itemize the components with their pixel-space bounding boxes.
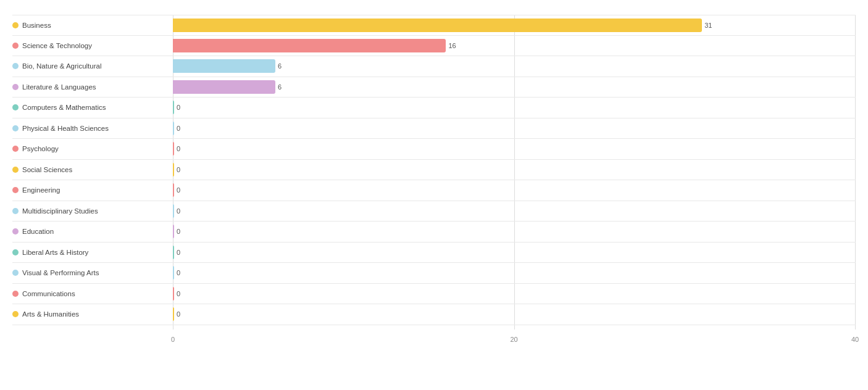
bar-row: Business31 — [12, 15, 856, 36]
chart-container: 0 20 40 Business31Science & Technology16… — [0, 0, 868, 390]
bar-fill — [173, 80, 275, 94]
bar-row: Engineering0 — [12, 180, 856, 201]
bar-fill — [173, 101, 174, 114]
bars-container: Business31Science & Technology16Bio, Nat… — [12, 15, 856, 330]
bar-fill — [173, 39, 446, 52]
bar-track: 0 — [173, 101, 856, 114]
bar-track: 0 — [173, 142, 856, 156]
bar-track: 0 — [173, 183, 856, 197]
bar-row: Science & Technology16 — [12, 36, 856, 57]
bar-label-area: Science & Technology — [12, 42, 173, 49]
bar-track: 0 — [173, 287, 856, 301]
bar-fill — [173, 307, 174, 321]
bar-fill — [173, 204, 174, 218]
bar-row: Arts & Humanities0 — [12, 304, 856, 325]
bar-value: 0 — [177, 166, 180, 173]
bar-row: Education0 — [12, 222, 856, 243]
bar-fill — [173, 183, 174, 197]
bar-fill — [173, 142, 174, 156]
bar-label: Science & Technology — [22, 42, 92, 49]
bar-value: 0 — [177, 125, 180, 132]
bar-row: Liberal Arts & History0 — [12, 243, 856, 263]
bar-track: 0 — [173, 307, 856, 321]
bar-dot — [12, 187, 19, 193]
bar-dot — [12, 228, 19, 234]
bar-label: Psychology — [22, 145, 59, 152]
bar-label: Arts & Humanities — [22, 310, 79, 318]
bar-value: 6 — [278, 62, 282, 70]
bar-dot — [12, 146, 19, 152]
bar-track: 0 — [173, 204, 856, 218]
bar-dot — [12, 249, 19, 255]
bar-label-area: Education — [12, 228, 173, 235]
bar-value: 0 — [177, 228, 180, 235]
bar-label-area: Computers & Mathematics — [12, 104, 173, 111]
bar-label-area: Communications — [12, 290, 173, 297]
bar-dot — [12, 291, 19, 297]
bar-fill — [173, 225, 174, 238]
bar-value: 0 — [177, 310, 180, 318]
bar-label: Physical & Health Sciences — [22, 125, 109, 132]
bar-label: Business — [22, 22, 51, 29]
bar-fill — [173, 246, 174, 259]
bar-label: Computers & Mathematics — [22, 104, 106, 111]
bar-value: 0 — [177, 104, 180, 111]
bar-label: Bio, Nature & Agricultural — [22, 62, 101, 70]
bar-dot — [12, 125, 19, 131]
bar-value: 0 — [177, 290, 180, 297]
bar-track: 16 — [173, 39, 856, 52]
bar-track: 6 — [173, 59, 856, 73]
bar-track: 0 — [173, 266, 856, 280]
bar-label-area: Social Sciences — [12, 166, 173, 173]
bar-value: 0 — [177, 145, 180, 152]
bar-dot — [12, 63, 19, 69]
bar-fill — [173, 122, 174, 135]
grid-label-0: 0 — [171, 336, 175, 343]
bar-label-area: Liberal Arts & History — [12, 249, 173, 256]
bar-label: Literature & Languages — [22, 83, 96, 91]
bar-fill — [173, 163, 174, 176]
bar-track: 0 — [173, 246, 856, 259]
bar-label: Liberal Arts & History — [22, 249, 88, 256]
bar-label-area: Business — [12, 22, 173, 29]
bar-dot — [12, 270, 19, 276]
bar-track: 0 — [173, 163, 856, 176]
bar-value: 16 — [448, 42, 456, 49]
bar-row: Visual & Performing Arts0 — [12, 263, 856, 284]
bar-row: Psychology0 — [12, 139, 856, 160]
bar-track: 0 — [173, 225, 856, 238]
bar-fill — [173, 266, 174, 280]
bar-fill — [173, 287, 174, 301]
bar-fill — [173, 59, 275, 73]
grid-label-40: 40 — [851, 336, 859, 343]
bar-dot — [12, 167, 19, 173]
bar-dot — [12, 43, 19, 49]
bar-row: Communications0 — [12, 284, 856, 305]
bar-row: Bio, Nature & Agricultural6 — [12, 56, 856, 77]
bar-label-area: Arts & Humanities — [12, 310, 173, 318]
bar-row: Multidisciplinary Studies0 — [12, 201, 856, 222]
bar-label-area: Psychology — [12, 145, 173, 152]
bar-label: Social Sciences — [22, 166, 72, 173]
bar-row: Literature & Languages6 — [12, 77, 856, 98]
bar-label-area: Visual & Performing Arts — [12, 269, 173, 276]
bar-label-area: Literature & Languages — [12, 83, 173, 91]
bar-value: 0 — [177, 249, 180, 256]
bar-value: 31 — [704, 22, 712, 29]
bar-track: 31 — [173, 19, 856, 32]
grid-label-20: 20 — [510, 336, 517, 343]
bar-dot — [12, 84, 19, 90]
bar-label: Engineering — [22, 186, 60, 194]
bar-label: Visual & Performing Arts — [22, 269, 99, 276]
bar-value: 0 — [177, 269, 180, 276]
bar-dot — [12, 104, 19, 110]
chart-area: 0 20 40 Business31Science & Technology16… — [12, 15, 856, 348]
bar-track: 0 — [173, 122, 856, 135]
bar-label-area: Bio, Nature & Agricultural — [12, 62, 173, 70]
bar-value: 0 — [177, 207, 180, 215]
bar-value: 6 — [278, 83, 282, 91]
bar-dot — [12, 311, 19, 317]
bar-dot — [12, 22, 19, 28]
bar-value: 0 — [177, 186, 180, 194]
bar-label: Communications — [22, 290, 75, 297]
